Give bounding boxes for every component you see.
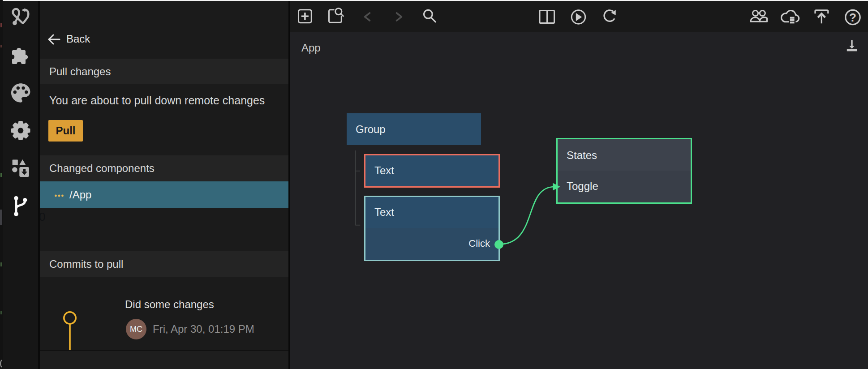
svg-text:?: ?: [849, 11, 856, 24]
